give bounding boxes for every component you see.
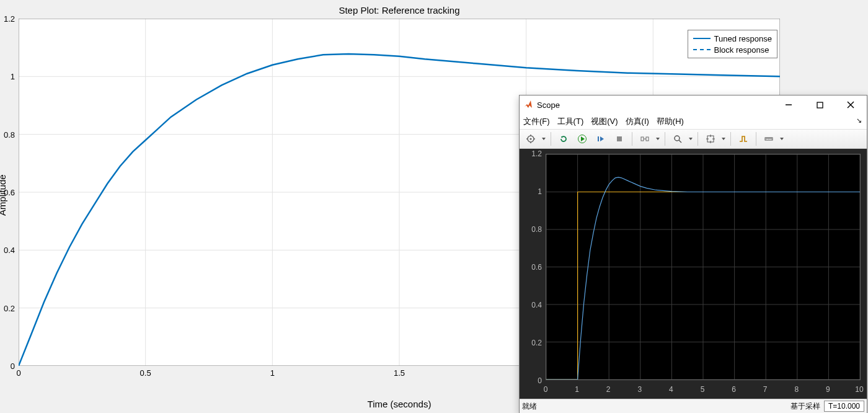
minimize-button[interactable] (775, 96, 802, 113)
status-sample-based: 基于采样 (790, 401, 820, 412)
main-xtick: 1 (270, 368, 275, 378)
scope-xtick: 8 (794, 385, 799, 394)
triggers-button[interactable] (735, 131, 752, 147)
scope-xtick: 5 (701, 385, 705, 394)
menu-tools[interactable]: 工具(T) (557, 116, 584, 127)
measurements-button[interactable] (760, 131, 777, 147)
main-ytick: 0.2 (0, 303, 15, 313)
scope-ytick: 1.2 (522, 149, 542, 158)
legend-swatch-block (693, 49, 711, 50)
scope-xtick: 6 (732, 385, 736, 394)
svg-rect-31 (641, 137, 644, 141)
svg-rect-32 (646, 137, 649, 141)
scope-xtick: 7 (763, 385, 768, 394)
measurements-dropdown-icon[interactable] (779, 138, 785, 140)
legend-swatch-tuned (693, 38, 711, 39)
main-xtick: 1.5 (394, 368, 405, 378)
legend-label-tuned: Tuned response (714, 34, 772, 43)
status-ready: 就绪 (522, 401, 537, 412)
scope-title-text: Scope (537, 100, 560, 110)
toolbar-separator (730, 132, 731, 146)
scope-ytick: 0.4 (522, 301, 542, 309)
step-forward-button[interactable] (592, 131, 609, 147)
svg-marker-29 (600, 136, 604, 141)
scope-ytick: 1 (522, 187, 542, 196)
main-ytick: 1.2 (0, 14, 15, 24)
toolbar-separator (632, 132, 632, 146)
scope-axes[interactable] (546, 154, 861, 380)
zoom-button[interactable] (669, 131, 686, 147)
legend-entry-block: Block response (693, 44, 772, 55)
scope-ytick: 0 (522, 376, 542, 385)
toolbar-separator (551, 132, 551, 146)
svg-rect-30 (617, 136, 622, 141)
legend-box: Tuned response Block response (688, 30, 777, 58)
main-ytick: 0 (0, 362, 15, 371)
svg-marker-25 (561, 136, 563, 138)
run-button[interactable] (574, 131, 591, 147)
legend-label-block: Block response (714, 45, 769, 55)
menu-view[interactable]: 视图(V) (591, 116, 618, 127)
legend-entry-tuned: Tuned response (693, 33, 772, 44)
scope-xtick: 2 (606, 385, 611, 394)
config-dropdown-icon[interactable] (541, 138, 547, 140)
svg-line-35 (679, 140, 681, 143)
scope-menubar: 文件(F) 工具(T) 视图(V) 仿真(I) 帮助(H) ↘ (520, 114, 867, 129)
menu-help[interactable]: 帮助(H) (657, 116, 684, 127)
status-time: T=10.000 (824, 401, 864, 412)
scope-svg (546, 154, 860, 380)
svg-marker-27 (581, 136, 585, 141)
scope-titlebar[interactable]: Scope (520, 95, 867, 114)
scope-xtick: 3 (637, 385, 642, 394)
toolbar-separator (756, 132, 756, 146)
config-button[interactable] (522, 131, 539, 147)
scope-xtick: 1 (575, 385, 579, 394)
scope-statusbar: 就绪 基于采样 T=10.000 (520, 399, 867, 413)
zoom-dropdown-icon[interactable] (688, 138, 694, 140)
main-xtick: 0 (16, 368, 20, 378)
autoscale-dropdown-icon[interactable] (720, 138, 727, 140)
toolbar-separator (665, 132, 665, 146)
toolbar-separator (698, 132, 698, 146)
svg-point-34 (675, 136, 680, 141)
scope-ytick: 0.8 (522, 225, 542, 234)
scope-toolbar (520, 129, 867, 149)
scope-ytick: 0.2 (522, 339, 542, 347)
main-ytick: 0.6 (0, 188, 15, 197)
svg-point-20 (529, 138, 531, 140)
scope-xtick: 10 (855, 385, 863, 394)
scope-ytick: 0.6 (522, 263, 542, 272)
scope-window: Scope 文件(F) 工具(T) 视图(V) 仿真(I) 帮助(H) ↘ (519, 95, 867, 413)
signal-select-button[interactable] (636, 131, 653, 147)
svg-rect-16 (817, 102, 823, 108)
scope-plot-area: 00.20.40.60.811.2 012345678910 (520, 149, 867, 399)
menu-file[interactable]: 文件(F) (523, 116, 550, 127)
main-ytick: 1 (0, 72, 15, 81)
main-ytick: 0.4 (0, 246, 15, 255)
scope-xtick: 0 (544, 385, 548, 394)
stop-button[interactable] (611, 131, 628, 147)
main-xtick: 0.5 (140, 368, 151, 378)
maximize-button[interactable] (806, 96, 833, 113)
main-ytick: 0.8 (0, 130, 15, 139)
dock-pin-icon[interactable]: ↘ (856, 117, 862, 125)
scope-xtick: 9 (826, 385, 830, 394)
scope-xtick: 4 (669, 385, 673, 394)
autoscale-button[interactable] (702, 131, 719, 147)
menu-simulation[interactable]: 仿真(I) (626, 116, 649, 127)
main-chart-title: Step Plot: Reference tracking (19, 5, 780, 16)
svg-rect-28 (598, 136, 599, 141)
signal-select-dropdown-icon[interactable] (655, 138, 661, 140)
matlab-icon (523, 99, 533, 111)
restart-button[interactable] (555, 131, 572, 147)
close-button[interactable] (837, 96, 864, 113)
